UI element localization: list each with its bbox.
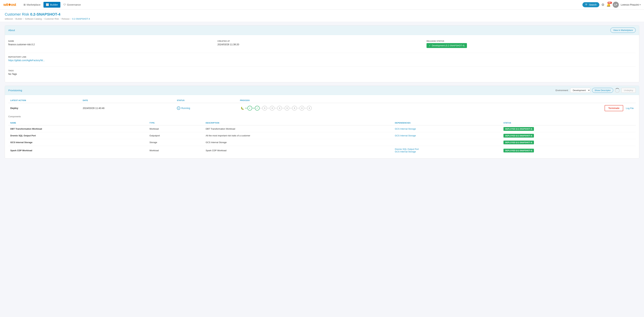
show-descriptor-label: Show Descriptor: [594, 89, 611, 92]
comp-table-row: Dremio SQL Output PortOutputportAll the …: [8, 132, 636, 139]
nav-right: 🔍 Search ⚙ 🔔 99+ LP Lorenzo Pirazzini ▾: [582, 2, 640, 8]
breadcrumb-release[interactable]: Release: [62, 17, 70, 20]
builder-icon: ⬜: [46, 3, 49, 6]
about-repo-grid: REPOSITORY LINK https://gitlab.com/Agile…: [8, 54, 636, 65]
dep-link-gcs-internal-storage[interactable]: GCS Internal Storage: [395, 134, 500, 137]
actions-table: LATEST ACTION DATE STATUS PROCESS Deploy…: [8, 98, 636, 113]
pipeline-connector-2: [252, 108, 254, 108]
pipeline-step-10: 3: [307, 106, 312, 110]
pipeline-step-8: 3: [292, 106, 297, 110]
running-icon: ↻: [177, 106, 180, 110]
pipeline-connector-6: [282, 108, 284, 108]
comp-deps-1: GCS Internal Storage: [393, 132, 502, 139]
status-cell: ↻ Running: [175, 103, 238, 113]
pipeline-step-4: 3: [262, 106, 267, 110]
pipeline-connector-4: [268, 108, 270, 108]
about-header: About View in Marketplace: [5, 25, 639, 35]
comp-name-1: Dremio SQL Output Port: [8, 132, 148, 139]
comp-col-name: NAME: [8, 120, 148, 125]
nav-builder-label: Builder: [50, 3, 58, 6]
pipeline-connector-9: [304, 108, 306, 108]
settings-icon[interactable]: ⚙: [602, 3, 604, 7]
comp-status-0: DEPLOYED (0.2-SNAPSHOT-4): [502, 125, 636, 132]
divider-1: [8, 53, 636, 53]
comp-desc-0: DBT Transformation Workload: [204, 125, 393, 132]
release-status-value: ✓ Development (0.2-SNAPSHOT-4): [426, 43, 632, 48]
pipeline-connector-3: [260, 108, 262, 108]
status-running: ↻ Running: [177, 106, 236, 110]
breadcrumb-witboost[interactable]: witboost: [5, 17, 13, 20]
breadcrumb-software-catalog[interactable]: Software Catalog: [25, 17, 42, 20]
show-descriptor-button[interactable]: Show Descriptor: [592, 88, 613, 93]
pipeline-connector-1: [245, 108, 247, 108]
log-file-link[interactable]: Log File: [626, 107, 634, 109]
avatar[interactable]: LP: [613, 2, 619, 8]
created-at-value: 2024/03/28 11:38:20: [218, 43, 423, 46]
breadcrumb-sep-5: /: [70, 17, 71, 20]
process-cell: 🐛 ✓ ✓ 3 3 3: [238, 103, 514, 113]
breadcrumb-builder[interactable]: Builder: [16, 17, 22, 20]
logo-text-wit: wit: [4, 2, 8, 7]
about-tags-cell: TAGS No Tags: [8, 68, 218, 79]
shield-icon: 🛡: [64, 3, 66, 6]
provisioning-section: Provisioning Environment: Development Sh…: [5, 86, 639, 158]
title-version: 0.2-SNAPSHOT-4: [30, 12, 60, 16]
pipeline-connector-5: [275, 108, 277, 108]
undeploy-button[interactable]: Undeploy: [621, 88, 636, 93]
comp-col-status: STATUS: [502, 120, 636, 125]
logo[interactable]: wit ost: [4, 2, 16, 7]
view-marketplace-button[interactable]: View in Marketplace: [610, 27, 636, 33]
divider-2: [8, 66, 636, 67]
deployed-badge: DEPLOYED (0.2-SNAPSHOT-4): [504, 149, 534, 152]
env-label: Environment:: [556, 89, 568, 92]
about-info-grid: NAME finance.customer-risk.0.2 CREATED A…: [8, 38, 636, 51]
comp-deps-3: Dremio SQL Output PortGCS Internal Stora…: [393, 146, 502, 155]
environment-select[interactable]: Development: [570, 88, 590, 93]
tags-label: TAGS: [8, 70, 214, 72]
pipeline-step-1: 🐛: [240, 106, 245, 110]
about-repo-cell: REPOSITORY LINK https://gitlab.com/Agile…: [8, 54, 218, 65]
breadcrumb-customer-risk[interactable]: Customer Risk: [44, 17, 59, 20]
col-date: DATE: [81, 98, 175, 103]
comp-status-3: DEPLOYED (0.2-SNAPSHOT-4): [502, 146, 636, 155]
chevron-down-icon: ▾: [640, 3, 640, 6]
action-buttons-cell: Terminate Log File: [514, 103, 636, 113]
nav-governance[interactable]: 🛡 Governance: [61, 2, 83, 7]
dep-link-dremio-sql-output-port[interactable]: Dremio SQL Output Port: [395, 148, 500, 150]
nav-governance-label: Governance: [67, 3, 81, 6]
comp-name-3: Spark CDP Workload: [8, 146, 148, 155]
date-cell: 2024/03/28 11:40:46: [81, 103, 175, 113]
terminate-label: Terminate: [608, 107, 620, 109]
user-name-display[interactable]: Lorenzo Pirazzini ▾: [621, 3, 640, 6]
dep-link-gcs-internal-storage[interactable]: GCS Internal Storage: [395, 128, 500, 130]
nav-marketplace-label: Marketplace: [27, 3, 40, 6]
provisioning-body: LATEST ACTION DATE STATUS PROCESS Deploy…: [5, 98, 639, 158]
about-name-cell: NAME finance.customer-risk.0.2: [8, 38, 218, 51]
nav-items: ⊞ Marketplace ⬜ Builder 🛡 Governance: [21, 2, 582, 7]
search-button[interactable]: 🔍 Search: [582, 2, 599, 7]
nav-marketplace[interactable]: ⊞ Marketplace: [21, 2, 43, 7]
name-value: finance.customer-risk.0.2: [8, 43, 214, 46]
tags-value: No Tags: [8, 73, 214, 75]
provisioning-header: Provisioning Environment: Development Sh…: [5, 86, 639, 95]
loading-spinner: [615, 88, 620, 93]
repo-link[interactable]: https://gitlab.com/AgileFactory/W...: [8, 59, 45, 62]
comp-table-header-row: NAME TYPE DESCRIPTION DEPENDENCIES STATU…: [8, 120, 636, 125]
name-label: NAME: [8, 40, 214, 42]
notifications-bell[interactable]: 🔔 99+: [606, 3, 611, 7]
table-row: Deploy 2024/03/28 11:40:46 ↻ Running 🐛: [8, 103, 636, 113]
search-icon: 🔍: [585, 3, 588, 6]
terminate-button[interactable]: Terminate: [604, 105, 623, 111]
comp-type-1: Outputport: [148, 132, 204, 139]
nav-builder[interactable]: ⬜ Builder: [44, 2, 60, 7]
search-label: Search: [589, 3, 596, 6]
comp-name-0: DBT Transformation Workload: [8, 125, 148, 132]
pipeline-connector-7: [290, 108, 292, 108]
dep-link-gcs-internal-storage[interactable]: GCS Internal Storage: [395, 150, 500, 153]
comp-col-type: TYPE: [148, 120, 204, 125]
main-content: About View in Marketplace NAME finance.c…: [0, 22, 644, 165]
comp-type-3: Workload: [148, 146, 204, 155]
comp-col-desc: DESCRIPTION: [204, 120, 393, 125]
breadcrumb-current: 0.2-SNAPSHOT-4: [72, 17, 90, 20]
page-header: Customer Risk 0.2-SNAPSHOT-4 witboost / …: [0, 9, 644, 22]
